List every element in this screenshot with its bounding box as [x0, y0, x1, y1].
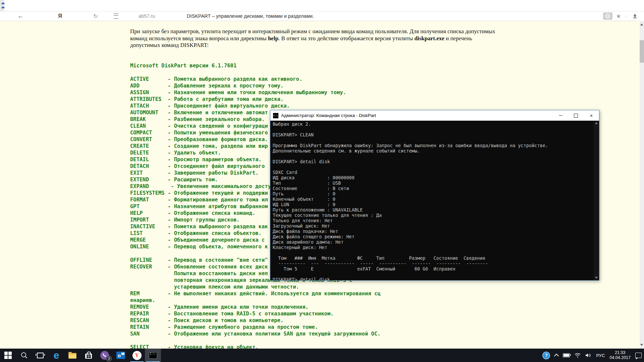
console-title-bar[interactable]: C:\ Администратор: Командная строка - Di…: [270, 110, 599, 121]
page-scrollbar[interactable]: [640, 21, 644, 349]
maximize-icon: [574, 114, 578, 118]
scrollbar-thumb[interactable]: [640, 40, 644, 63]
intro-line2a: команд используется ввод знака вопроса и…: [130, 35, 268, 42]
browser-tab-strip: [0, 0, 644, 11]
intro-line2e: и перечень: [444, 35, 472, 42]
outlook-letter: o: [118, 353, 121, 358]
file-explorer-icon: [68, 353, 76, 359]
intro-help-bold: help: [268, 35, 278, 42]
battery-icon: [563, 353, 570, 357]
chevron-glyph: ›: [625, 13, 627, 19]
panel-chevron-icon: ›: [624, 11, 628, 21]
store-button[interactable]: [80, 349, 97, 362]
downloads-button[interactable]: [631, 11, 639, 21]
bookmark-button[interactable]: ★: [614, 11, 623, 21]
action-center-button[interactable]: [633, 349, 644, 362]
command-prompt-window: C:\ Администратор: Командная строка - Di…: [270, 110, 599, 281]
speaker-icon: [585, 353, 591, 358]
yandex-browser-button[interactable]: Y: [129, 349, 145, 362]
star-icon: ★: [616, 13, 621, 20]
command-prompt-icon: C:\: [149, 352, 157, 359]
intro-paragraph: При запуске без параметров, утилита пере…: [130, 28, 495, 49]
volume-button[interactable]: [583, 349, 594, 362]
minimize-button[interactable]: [553, 110, 568, 121]
address-domain[interactable]: ab57.ru: [139, 11, 155, 21]
search-icon: [20, 352, 28, 359]
translate-button[interactable]: [603, 12, 612, 20]
tray-expand-button[interactable]: [552, 349, 560, 362]
edge-icon: e: [54, 350, 59, 360]
reader-mode-button[interactable]: [113, 11, 119, 21]
intro-line3: допустимых команд DISKPART:: [130, 42, 209, 48]
reload-button[interactable]: ↻: [91, 11, 100, 21]
intro-line1: При запуске без параметров, утилита пере…: [130, 28, 495, 35]
outlook-icon: o: [116, 352, 125, 359]
wifi-icon: [575, 353, 581, 358]
language-indicator[interactable]: РУС: [594, 349, 607, 362]
task-view-icon: [37, 353, 44, 358]
chevron-up-icon: [554, 354, 559, 358]
reload-icon: ↻: [93, 13, 98, 19]
edge-button[interactable]: e: [48, 349, 64, 362]
close-button[interactable]: ×: [584, 110, 599, 121]
intro-diskpart-bold: diskpart.exe: [415, 35, 444, 42]
download-icon: [632, 13, 638, 19]
yandex-logo-icon: Я: [58, 13, 62, 19]
intro-line2c: . В ответ на это действие отображается в…: [278, 35, 414, 42]
scroll-up-arrow-icon[interactable]: [640, 23, 643, 25]
language-label: РУС: [596, 353, 605, 358]
system-tray: ? РУС 21:33 04: [540, 349, 644, 362]
console-scrollbar[interactable]: [594, 121, 599, 280]
question-icon: ?: [542, 352, 550, 359]
help-tray-button[interactable]: ?: [540, 349, 552, 362]
clock[interactable]: 21:33 04.04.2017: [607, 349, 633, 362]
console-scroll-up-icon[interactable]: [595, 122, 598, 124]
command-prompt-button[interactable]: C:\: [145, 349, 161, 362]
outlook-button[interactable]: o: [113, 349, 129, 362]
globe-icon: [605, 13, 610, 19]
viber-button[interactable]: 3: [97, 349, 113, 362]
reader-mode-icon: [114, 13, 118, 19]
window-controls: ×: [553, 110, 599, 121]
viber-badge: 3: [106, 356, 112, 361]
console-output-area[interactable]: Выбран диск 2. DISKPART> CLEAN Программа…: [270, 121, 594, 280]
back-button[interactable]: ←: [15, 11, 25, 21]
taskbar: e 3 o Y C:\ ?: [0, 349, 644, 362]
diskpart-version-heading: Microsoft DiskPart версии 6.1.7601: [130, 62, 236, 69]
minimize-icon: [559, 115, 562, 116]
file-explorer-button[interactable]: [64, 349, 80, 362]
desktop-screen: ← Я ↻ ab57.ru DISKPART – управление диск…: [0, 0, 644, 362]
yandex-browser-icon: Y: [132, 351, 142, 360]
back-icon: ←: [17, 12, 24, 20]
console-title: Администратор: Командная строка - DiskPa…: [281, 113, 376, 118]
tray-time: 21:33: [609, 350, 631, 355]
yandex-menu-button[interactable]: Я: [56, 11, 64, 21]
store-icon: [85, 354, 92, 359]
address-page-title[interactable]: DISKPART – управление дисками, томами и …: [187, 11, 314, 21]
search-button[interactable]: [16, 349, 32, 362]
console-scroll-down-icon[interactable]: [595, 277, 598, 279]
close-icon: ×: [590, 113, 593, 118]
maximize-button[interactable]: [568, 110, 584, 121]
browser-toolbar: ← Я ↻ ab57.ru DISKPART – управление диск…: [0, 11, 644, 21]
console-output-text: Выбран диск 2. DISKPART> CLEAN Программа…: [270, 121, 594, 280]
windows-logo-icon: [4, 352, 12, 359]
cmd-window-icon: C:\: [273, 113, 278, 118]
battery-button[interactable]: [560, 349, 572, 362]
tab-favicon-fragment[interactable]: [2, 3, 4, 8]
network-button[interactable]: [572, 349, 583, 362]
scroll-down-arrow-icon[interactable]: [640, 344, 643, 346]
tray-date: 04.04.2017: [609, 355, 631, 360]
start-button[interactable]: [0, 349, 16, 362]
action-center-icon: [635, 353, 642, 358]
task-view-button[interactable]: [32, 349, 48, 362]
